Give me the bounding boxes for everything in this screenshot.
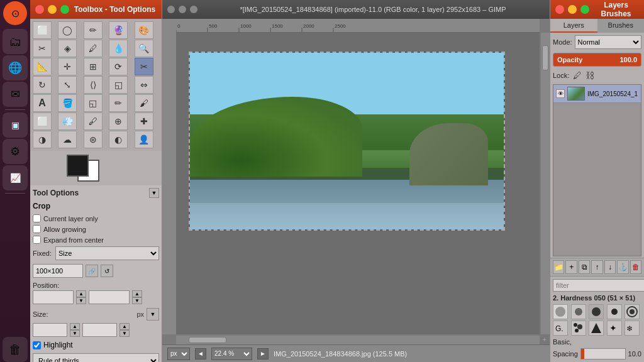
tool-brush[interactable]: 🖌 [135,94,153,112]
pos-x-up[interactable]: ▲ [76,290,86,297]
layer-visibility-icon[interactable]: 👁 [556,89,565,98]
tab-layers[interactable]: Layers [550,19,597,33]
vertical-scrollbar[interactable] [541,33,550,334]
tool-zoom[interactable]: 🔍 [135,40,153,57]
size-unit-button[interactable]: ▼ [147,308,159,321]
tool-text[interactable]: A [33,94,52,112]
tool-color-picker[interactable]: 💧 [109,40,128,57]
tool-paths[interactable]: 🖊 [84,40,103,57]
ubuntu-logo-button[interactable]: ⊙ [3,1,27,25]
size-link-button[interactable]: 🔗 [86,265,98,277]
toolbox-close-button[interactable] [35,5,44,14]
tool-blend[interactable]: ◱ [84,94,103,112]
mode-select[interactable]: Normal [575,35,641,49]
dock-item-firefox[interactable]: 🌐 [3,55,28,80]
brush-cell-8[interactable] [589,321,604,336]
height-up[interactable]: ▲ [119,323,130,330]
brush-cell-5[interactable] [625,304,640,319]
tool-dodge[interactable]: ◐ [109,131,128,148]
tool-shear[interactable]: ⟨⟩ [84,76,103,94]
dock-item-thunderbird[interactable]: ✉ [3,82,28,107]
tool-foreground-select[interactable]: ◈ [58,40,77,57]
resize-corner[interactable]: + [540,334,550,344]
layer-item[interactable]: 👁 IMG_20150524_1 [553,85,641,103]
size-reset-button[interactable]: ↺ [101,265,113,277]
delete-layer-button[interactable]: 🗑 [630,260,641,274]
tool-free-select[interactable]: ✏ [84,21,103,39]
right-maximize-button[interactable] [580,5,589,14]
new-layer-button[interactable]: + [565,260,577,274]
move-layer-up-button[interactable]: ↑ [591,260,602,274]
tool-options-menu-button[interactable]: ▼ [149,188,159,198]
tool-ellipse-select[interactable]: ◯ [58,21,77,39]
spacing-bar[interactable] [580,348,626,359]
lock-pixels-icon[interactable]: 🖊 [573,70,582,80]
rule-of-thirds-select[interactable]: Rule of thirds [33,353,159,362]
width-up[interactable]: ▲ [70,323,80,330]
expand-from-center-checkbox[interactable] [33,236,41,244]
size-input-field[interactable] [33,264,83,278]
tool-perspective[interactable]: ◱ [109,76,128,94]
canvas-content[interactable] [176,33,540,334]
dock-item-system-settings[interactable]: ⚙ [3,139,28,164]
right-minimize-button[interactable] [568,5,577,14]
tool-airbrush[interactable]: 💨 [58,112,77,130]
height-spinner[interactable]: ▲ ▼ [119,323,130,337]
tool-eraser[interactable]: ⬜ [33,112,52,130]
horizontal-scrollbar[interactable] [176,336,540,344]
toolbox-maximize-button[interactable] [60,5,69,14]
brush-cell-2[interactable] [571,304,586,319]
tab-brushes[interactable]: Brushes [597,19,645,33]
tool-select-by-color[interactable]: 🎨 [135,21,153,39]
tool-clone[interactable]: ⊕ [109,112,128,130]
zoom-select[interactable]: 22.4 % [211,348,252,360]
tool-rect-select[interactable]: ⬜ [33,21,52,39]
brush-cell-1[interactable] [553,304,568,319]
tool-pencil[interactable]: ✏ [109,94,128,112]
brush-cell-10[interactable]: ❄ [625,321,640,336]
toolbox-minimize-button[interactable] [48,5,57,14]
unit-select[interactable]: px [167,348,190,360]
current-layer-only-checkbox[interactable] [33,214,41,222]
allow-growing-checkbox[interactable] [33,225,41,233]
tool-scissors-select[interactable]: ✂ [33,40,52,57]
brush-filter-input[interactable] [553,279,644,292]
tool-scale[interactable]: ⤡ [58,76,77,94]
height-input[interactable]: 1683 [82,323,117,337]
position-x-spinner[interactable]: ▲ ▼ [76,290,86,304]
pos-y-down[interactable]: ▼ [132,297,142,304]
pos-x-down[interactable]: ▼ [76,297,86,304]
anchor-layer-button[interactable]: ⚓ [617,260,628,274]
dock-item-terminal[interactable]: ▣ [3,112,28,138]
tool-measure[interactable]: 📐 [33,58,52,75]
duplicate-layer-button[interactable]: ⧉ [579,260,590,274]
zoom-decrease-button[interactable]: ◄ [195,348,206,359]
tool-transform[interactable]: ⟳ [109,58,128,75]
fixed-select[interactable]: Size [55,246,159,260]
pos-y-up[interactable]: ▲ [132,290,142,297]
tool-dodge-burn[interactable]: ◑ [33,131,52,148]
brush-cell-7[interactable] [571,321,586,336]
tool-move[interactable]: ✛ [58,58,77,75]
main-close-button[interactable] [167,6,175,13]
tool-ink[interactable]: 🖋 [84,112,103,130]
tool-flip[interactable]: ⇔ [135,76,153,94]
tool-rotate[interactable]: ↻ [33,76,52,94]
foreground-color-swatch[interactable] [67,155,89,177]
tool-crop[interactable]: ✂ [135,58,153,75]
position-x-input[interactable]: 0 [33,290,74,304]
tool-align[interactable]: ⊞ [84,58,103,75]
lock-position-icon[interactable]: ⛓ [586,70,594,80]
dock-item-files[interactable]: 🗂 [3,29,28,54]
highlight-checkbox[interactable] [33,341,41,349]
main-minimize-button[interactable] [179,6,186,13]
tool-bucket-fill[interactable]: 🪣 [58,94,77,112]
dock-item-trash[interactable]: 🗑 [3,337,28,362]
image-canvas[interactable] [189,52,505,231]
brush-cell-6[interactable]: G. [553,321,568,336]
zoom-increase-button[interactable]: ► [257,348,269,359]
tool-heal[interactable]: ✚ [135,112,153,130]
vertical-scrollbar-thumb[interactable] [542,45,548,70]
opacity-bar[interactable]: Opacity 100.0 [553,53,641,67]
tool-smudge[interactable]: ☁ [58,131,77,148]
